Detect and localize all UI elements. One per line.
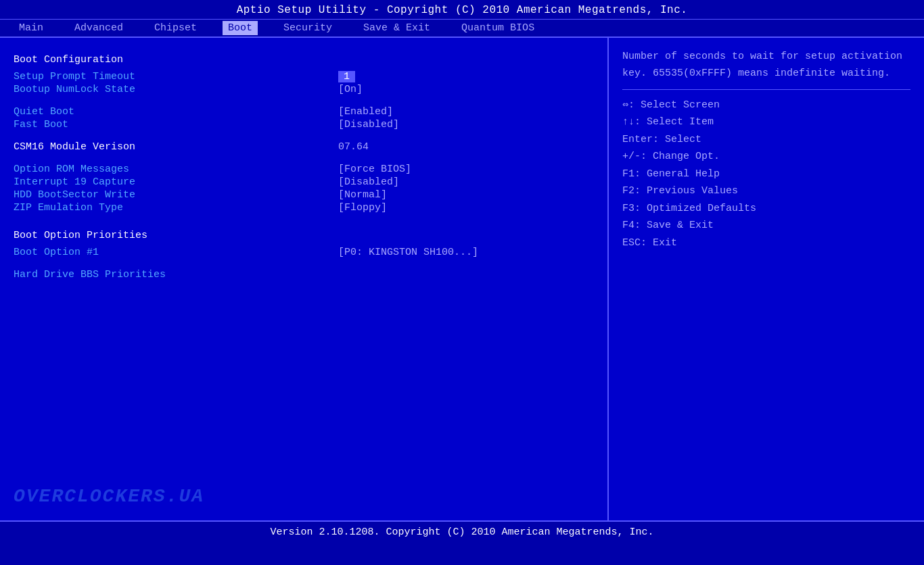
- shortcut-key-screen: ⇔:: [622, 99, 641, 111]
- quiet-boot-label: Quiet Boot: [14, 106, 338, 118]
- shortcut-change-opt: +/-: Change Opt.: [622, 148, 910, 166]
- shortcut-key-enter: Enter:: [622, 134, 665, 145]
- nav-save-exit[interactable]: Save & Exit: [358, 21, 436, 35]
- zip-emulation-value[interactable]: [Floppy]: [338, 202, 387, 214]
- boot-option1-row: Boot Option #1 [P0: KINGSTON SH100...]: [14, 247, 594, 258]
- shortcut-key-change: +/-:: [622, 151, 653, 162]
- hdd-bbs-label: Hard Drive BBS Priorities: [14, 269, 338, 280]
- fast-boot-row: Fast Boot [Disabled]: [14, 119, 594, 130]
- main-content: Boot Configuration Setup Prompt Timeout …: [0, 36, 924, 520]
- divider: [622, 89, 910, 90]
- boot-option-priorities-header: Boot Option Priorities: [14, 230, 594, 241]
- fast-boot-label: Fast Boot: [14, 119, 338, 130]
- hdd-bootsector-label: HDD BootSector Write: [14, 189, 338, 201]
- shortcut-f4: F4: Save & Exit: [622, 217, 910, 235]
- footer: Version 2.10.1208. Copyright (C) 2010 Am…: [0, 520, 924, 543]
- shortcut-desc-esc: Exit: [653, 237, 677, 249]
- shortcut-list: ⇔: Select Screen ↑↓: Select Item Enter: …: [622, 97, 910, 252]
- hdd-bbs-row: Hard Drive BBS Priorities: [14, 269, 594, 280]
- shortcut-key-f3: F3:: [622, 203, 647, 214]
- option-rom-row: Option ROM Messages [Force BIOS]: [14, 164, 594, 175]
- nav-bar: Main Advanced Chipset Boot Security Save…: [0, 19, 924, 36]
- boot-option1-value[interactable]: [P0: KINGSTON SH100...]: [338, 247, 478, 258]
- csm16-row: CSM16 Module Verison 07.64: [14, 141, 594, 153]
- boot-option1-label: Boot Option #1: [14, 247, 338, 258]
- shortcut-desc-f1: General Help: [647, 168, 720, 180]
- shortcut-key-esc: ESC:: [622, 237, 653, 249]
- right-panel: Number of seconds to wait for setup acti…: [609, 38, 924, 520]
- bootup-numlock-label: Bootup NumLock State: [14, 84, 338, 95]
- nav-security[interactable]: Security: [278, 21, 338, 35]
- help-text: Number of seconds to wait for setup acti…: [622, 49, 910, 82]
- option-rom-label: Option ROM Messages: [14, 164, 338, 175]
- shortcut-select-screen: ⇔: Select Screen: [622, 97, 910, 114]
- nav-chipset[interactable]: Chipset: [149, 21, 202, 35]
- shortcut-key-f1: F1:: [622, 168, 647, 180]
- shortcut-desc-change: Change Opt.: [653, 151, 720, 162]
- boot-config-header: Boot Configuration: [14, 54, 594, 66]
- setup-prompt-timeout-row: Setup Prompt Timeout 1: [14, 71, 594, 82]
- setup-prompt-timeout-value[interactable]: 1: [338, 71, 355, 82]
- interrupt19-row: Interrupt 19 Capture [Disabled]: [14, 176, 594, 188]
- watermark: OVERCLOCKERS.UA: [14, 486, 204, 507]
- shortcut-f2: F2: Previous Values: [622, 182, 910, 200]
- interrupt19-value[interactable]: [Disabled]: [338, 176, 399, 188]
- left-panel: Boot Configuration Setup Prompt Timeout …: [0, 38, 609, 520]
- shortcut-f3: F3: Optimized Defaults: [622, 200, 910, 218]
- title-text: Aptio Setup Utility - Copyright (C) 2010…: [237, 4, 688, 16]
- csm16-value: 07.64: [338, 141, 369, 153]
- shortcut-key-item: ↑↓:: [622, 116, 647, 128]
- option-rom-value[interactable]: [Force BIOS]: [338, 164, 411, 175]
- hdd-bootsector-value[interactable]: [Normal]: [338, 189, 387, 201]
- shortcut-desc-screen: Select Screen: [641, 99, 720, 111]
- shortcut-f1: F1: General Help: [622, 166, 910, 183]
- shortcut-desc-item: Select Item: [647, 116, 714, 128]
- csm16-label: CSM16 Module Verison: [14, 141, 338, 153]
- quiet-boot-value[interactable]: [Enabled]: [338, 106, 393, 118]
- quiet-boot-row: Quiet Boot [Enabled]: [14, 106, 594, 118]
- nav-main[interactable]: Main: [14, 21, 49, 35]
- interrupt19-label: Interrupt 19 Capture: [14, 176, 338, 188]
- shortcut-desc-f4: Save & Exit: [647, 220, 714, 231]
- nav-advanced[interactable]: Advanced: [69, 21, 129, 35]
- setup-prompt-timeout-label: Setup Prompt Timeout: [14, 71, 338, 82]
- shortcut-desc-f3: Optimized Defaults: [647, 203, 756, 214]
- nav-quantum-bios[interactable]: Quantum BIOS: [456, 21, 540, 35]
- nav-boot[interactable]: Boot: [223, 21, 258, 35]
- bootup-numlock-row: Bootup NumLock State [On]: [14, 84, 594, 95]
- shortcut-desc-enter: Select: [665, 134, 701, 145]
- shortcut-desc-f2: Previous Values: [647, 185, 738, 197]
- hdd-bootsector-row: HDD BootSector Write [Normal]: [14, 189, 594, 201]
- shortcut-esc: ESC: Exit: [622, 235, 910, 252]
- shortcut-key-f2: F2:: [622, 185, 647, 197]
- bootup-numlock-value[interactable]: [On]: [338, 84, 363, 95]
- fast-boot-value[interactable]: [Disabled]: [338, 119, 399, 130]
- zip-emulation-label: ZIP Emulation Type: [14, 202, 338, 214]
- zip-emulation-row: ZIP Emulation Type [Floppy]: [14, 202, 594, 214]
- shortcut-key-f4: F4:: [622, 220, 647, 231]
- footer-text: Version 2.10.1208. Copyright (C) 2010 Am…: [270, 526, 653, 538]
- shortcut-enter: Enter: Select: [622, 131, 910, 149]
- shortcut-select-item: ↑↓: Select Item: [622, 114, 910, 131]
- title-bar: Aptio Setup Utility - Copyright (C) 2010…: [0, 0, 924, 19]
